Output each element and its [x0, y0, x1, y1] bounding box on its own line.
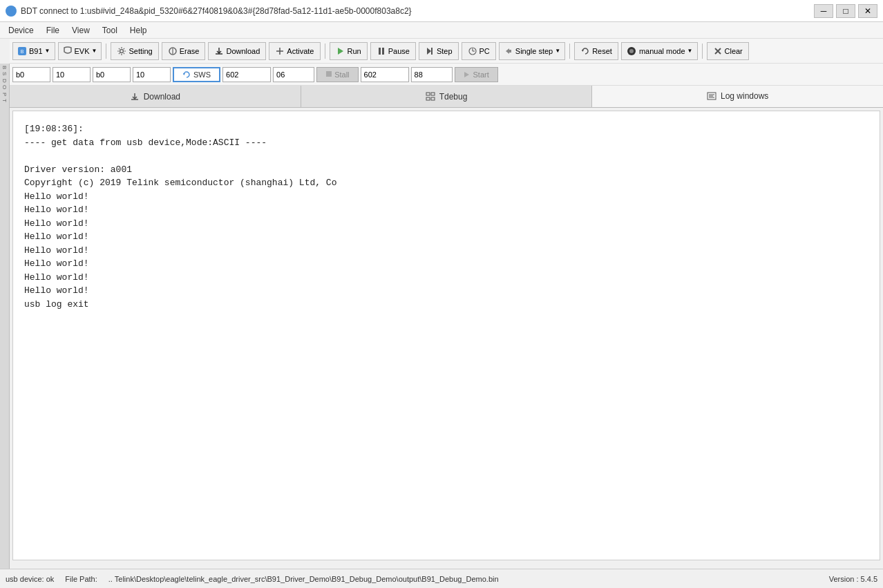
status-filepath: .. Telink\Desktop\eagle\telink_eagle_dri… — [108, 575, 818, 583]
pause-icon — [377, 46, 386, 56]
run-icon — [336, 46, 345, 56]
start-label: Start — [473, 70, 489, 79]
svg-marker-10 — [427, 48, 431, 55]
start-icon — [464, 71, 471, 78]
sep2 — [325, 44, 325, 59]
evk-label: EVK — [75, 47, 90, 55]
left-strip-t: T — [1, 98, 8, 103]
menu-device[interactable]: Device — [3, 24, 39, 37]
menu-tool[interactable]: Tool — [97, 24, 123, 37]
step-label: Step — [437, 47, 453, 55]
tab-download-label: Download — [144, 92, 180, 102]
minimize-button[interactable]: ─ — [814, 4, 833, 18]
manual-label: manual mode — [639, 47, 685, 55]
restore-button[interactable]: □ — [836, 4, 855, 18]
singlestep-dropdown[interactable]: Single step ▼ — [499, 42, 565, 60]
left-strip-o: O — [1, 84, 8, 90]
field6-input[interactable] — [273, 67, 314, 82]
sep4 — [702, 44, 703, 59]
stall-label: Stall — [334, 70, 349, 79]
run-label: Run — [348, 47, 361, 55]
menu-file[interactable]: File — [41, 24, 65, 37]
svg-rect-21 — [426, 93, 430, 95]
evk-icon — [63, 46, 73, 56]
setting-button[interactable]: Setting — [111, 42, 158, 60]
erase-button[interactable]: Erase — [162, 42, 206, 60]
svg-text:B: B — [21, 49, 24, 54]
download-icon — [214, 46, 224, 56]
svg-marker-7 — [338, 48, 343, 55]
field3-input[interactable] — [93, 67, 131, 82]
tab-bar: Download Tdebug Log windows — [10, 86, 883, 108]
log-tab-icon — [707, 91, 716, 101]
clear-button[interactable]: Clear — [707, 42, 749, 60]
svg-rect-8 — [379, 48, 381, 55]
status-filepath-label: File Path: — [65, 575, 97, 583]
pc-icon — [468, 46, 477, 56]
stall-icon — [325, 70, 332, 77]
manual-mode-dropdown[interactable]: manual mode ▼ — [621, 42, 698, 60]
evk-dropdown[interactable]: EVK ▼ — [58, 42, 102, 60]
sep3 — [569, 44, 570, 59]
tdebug-tab-icon — [426, 92, 435, 102]
pause-button[interactable]: Pause — [370, 42, 416, 60]
download-button[interactable]: Download — [208, 42, 266, 60]
left-strip-p: P — [1, 92, 8, 97]
pause-label: Pause — [388, 47, 410, 55]
toolbar: B B91 ▼ EVK ▼ Setting Erase — [10, 39, 883, 64]
b91-icon: B — [17, 46, 27, 56]
clear-label: Clear — [725, 47, 743, 55]
erase-label: Erase — [180, 47, 200, 55]
tab-logwindows[interactable]: Log windows — [592, 86, 883, 107]
svg-rect-19 — [326, 71, 332, 77]
singlestep-chevron: ▼ — [555, 48, 560, 54]
status-device: usb device: ok — [6, 575, 54, 583]
svg-point-2 — [120, 49, 124, 53]
menu-bar: Device File View Tool Help — [0, 22, 883, 39]
menu-view[interactable]: View — [66, 24, 95, 37]
step-button[interactable]: Step — [419, 42, 459, 60]
download-tab-icon — [130, 92, 140, 102]
svg-rect-23 — [426, 97, 430, 100]
field4-input[interactable] — [133, 67, 171, 82]
reset-button[interactable]: Reset — [574, 42, 618, 60]
setting-label: Setting — [129, 47, 152, 55]
setting-icon — [117, 46, 126, 56]
sep1 — [106, 44, 106, 59]
field8-input[interactable] — [411, 67, 453, 82]
tab-download[interactable]: Download — [10, 86, 301, 107]
svg-point-17 — [629, 49, 634, 53]
svg-marker-20 — [464, 72, 469, 77]
close-button[interactable]: ✕ — [858, 4, 877, 18]
log-area[interactable]: [19:08:36]: ---- get data from usb devic… — [12, 111, 880, 560]
singlestep-icon — [504, 46, 513, 56]
tab-tdebug[interactable]: Tdebug — [301, 86, 593, 107]
pc-button[interactable]: PC — [462, 42, 496, 60]
manual-icon — [626, 46, 637, 57]
tab-logwindows-label: Log windows — [721, 91, 768, 101]
sws-button[interactable]: SWS — [173, 67, 220, 82]
field2-input[interactable] — [53, 67, 91, 82]
step-icon — [425, 46, 435, 56]
b91-label: B91 — [29, 47, 43, 55]
singlestep-label: Single step — [515, 47, 553, 55]
reset-icon — [580, 46, 590, 56]
title-text: BDT connect to 1:usb#vid_248a&pid_5320#6… — [21, 6, 412, 16]
status-bar: usb device: ok File Path: .. Telink\Desk… — [0, 569, 883, 588]
tab-tdebug-label: Tdebug — [439, 92, 468, 102]
stall-button[interactable]: Stall — [316, 67, 358, 82]
run-button[interactable]: Run — [330, 42, 368, 60]
erase-icon — [168, 46, 178, 56]
b91-dropdown[interactable]: B B91 ▼ — [12, 42, 55, 60]
field7-input[interactable] — [361, 67, 409, 82]
field1-input[interactable] — [12, 67, 50, 82]
download-label: Download — [226, 47, 260, 55]
window-controls: ─ □ ✕ — [814, 4, 877, 18]
evk-chevron: ▼ — [92, 48, 97, 54]
menu-help[interactable]: Help — [124, 24, 153, 37]
reset-label: Reset — [592, 47, 612, 55]
activate-icon — [275, 46, 285, 56]
start-button[interactable]: Start — [455, 67, 498, 82]
activate-button[interactable]: Activate — [269, 42, 320, 60]
field5-input[interactable] — [222, 67, 271, 82]
